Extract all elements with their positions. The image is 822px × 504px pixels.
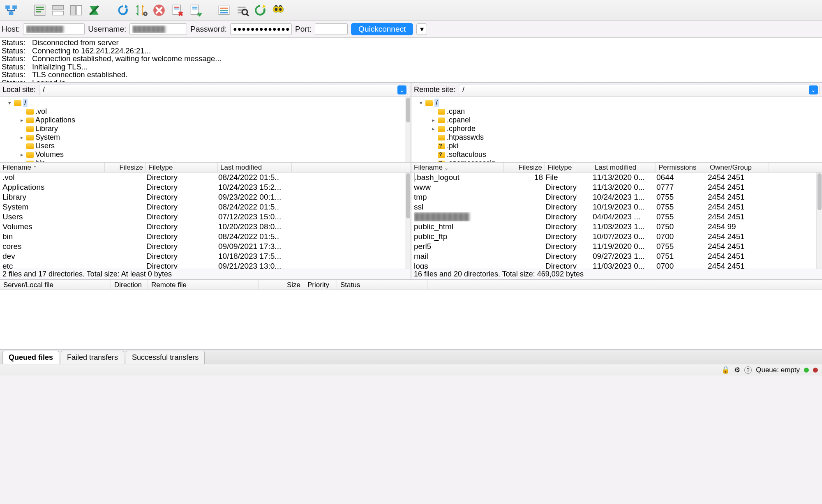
tree-item[interactable]: ▸ System bbox=[2, 133, 408, 142]
qcol-server[interactable]: Server/Local file bbox=[0, 280, 111, 290]
file-row[interactable]: devDirectory10/18/2023 17:5... bbox=[0, 251, 411, 261]
chevron-down-icon[interactable]: ⌄ bbox=[397, 85, 406, 94]
tab-queued[interactable]: Queued files bbox=[2, 351, 59, 364]
chevron-down-icon[interactable]: ⌄ bbox=[809, 85, 818, 94]
tree-item[interactable]: bin bbox=[2, 159, 408, 163]
file-row[interactable]: .volDirectory08/24/2022 01:5.. bbox=[0, 173, 411, 182]
host-input[interactable] bbox=[23, 23, 85, 35]
tree-item[interactable]: ▾ / bbox=[414, 99, 820, 107]
compare-icon[interactable] bbox=[252, 2, 268, 18]
file-row[interactable]: tmpDirectory10/24/2023 1...07552454 2451 bbox=[411, 192, 822, 202]
site-manager-icon[interactable] bbox=[3, 2, 19, 18]
find-icon[interactable] bbox=[270, 2, 286, 18]
password-input[interactable] bbox=[230, 23, 292, 35]
col-filesize[interactable]: Filesize bbox=[105, 163, 146, 173]
file-row[interactable]: public_ftpDirectory10/07/2023 0...070024… bbox=[411, 232, 822, 242]
scrollbar[interactable] bbox=[405, 173, 411, 269]
col-filename[interactable]: Filename⌄ bbox=[411, 163, 504, 173]
file-row[interactable]: ██████████Directory04/04/2023 ...0755245… bbox=[411, 212, 822, 222]
port-input[interactable] bbox=[315, 23, 348, 35]
file-row[interactable]: LibraryDirectory09/23/2022 00:1... bbox=[0, 192, 411, 202]
tree-item[interactable]: .cpan bbox=[414, 107, 820, 116]
tree-item[interactable]: .pki bbox=[414, 142, 820, 150]
tree-item[interactable]: ▸ .cphorde bbox=[414, 124, 820, 133]
cancel-icon[interactable] bbox=[151, 2, 167, 18]
local-file-list[interactable]: .volDirectory08/24/2022 01:5.. Applicati… bbox=[0, 173, 411, 269]
file-row[interactable]: logsDirectory11/03/2023 0...07002454 245… bbox=[411, 261, 822, 269]
file-row[interactable]: public_htmlDirectory11/03/2023 1...07502… bbox=[411, 222, 822, 232]
lock-icon[interactable]: 🔒 bbox=[721, 366, 730, 374]
help-icon[interactable]: ? bbox=[744, 366, 752, 374]
message-log[interactable]: Status:Disconnected from serverStatus:Co… bbox=[0, 38, 822, 83]
toggle-local-tree-icon[interactable] bbox=[50, 2, 66, 18]
disconnect-icon[interactable] bbox=[169, 2, 185, 18]
scrollbar[interactable] bbox=[816, 173, 822, 269]
reconnect-icon[interactable] bbox=[187, 2, 203, 18]
qcol-priority[interactable]: Priority bbox=[304, 280, 337, 290]
local-site-combo[interactable]: ⌄ bbox=[39, 85, 408, 95]
tree-item[interactable]: .softaculous bbox=[414, 150, 820, 159]
tab-failed[interactable]: Failed transfers bbox=[61, 351, 124, 364]
disclosure-icon[interactable]: ▾ bbox=[7, 100, 12, 106]
remote-file-list[interactable]: .bash_logout18File11/13/2020 0...0644245… bbox=[411, 173, 822, 269]
file-row[interactable]: SystemDirectory08/24/2022 01:5.. bbox=[0, 202, 411, 212]
file-row[interactable]: coresDirectory09/09/2021 17:3... bbox=[0, 242, 411, 251]
qcol-status[interactable]: Status bbox=[337, 280, 427, 290]
disclosure-icon[interactable]: ▸ bbox=[430, 117, 436, 123]
remote-site-combo[interactable]: ⌄ bbox=[459, 85, 820, 95]
remote-site-input[interactable] bbox=[459, 85, 809, 95]
qcol-remote[interactable]: Remote file bbox=[148, 280, 259, 290]
tree-item[interactable]: Library bbox=[2, 124, 408, 133]
local-site-input[interactable] bbox=[39, 85, 397, 95]
refresh-icon[interactable] bbox=[115, 2, 131, 18]
toggle-queue-icon[interactable] bbox=[86, 2, 102, 18]
file-row[interactable]: sslDirectory10/19/2023 0...07552454 2451 bbox=[411, 202, 822, 212]
col-filename[interactable]: Filename⌃ bbox=[0, 163, 105, 173]
toggle-log-icon[interactable] bbox=[32, 2, 48, 18]
queue-body[interactable] bbox=[0, 290, 822, 349]
tree-item[interactable]: Users bbox=[2, 142, 408, 150]
remote-tree[interactable]: ▾ / .cpan▸ .cpanel▸ .cphorde .htpasswds … bbox=[411, 97, 822, 163]
qcol-size[interactable]: Size bbox=[259, 280, 304, 290]
filter-icon[interactable] bbox=[216, 2, 232, 18]
tree-item[interactable]: ▸ Volumes bbox=[2, 150, 408, 159]
disclosure-icon[interactable]: ▾ bbox=[418, 100, 424, 106]
file-row[interactable]: etcDirectory09/21/2023 13:0... bbox=[0, 261, 411, 269]
scrollbar[interactable] bbox=[405, 97, 411, 162]
tree-item[interactable]: ▸ .cpanel bbox=[414, 116, 820, 124]
toggle-remote-tree-icon[interactable] bbox=[68, 2, 84, 18]
file-row[interactable]: binDirectory08/24/2022 01:5.. bbox=[0, 232, 411, 242]
file-row[interactable]: VolumesDirectory10/20/2023 08:0... bbox=[0, 222, 411, 232]
col-owner[interactable]: Owner/Group bbox=[707, 163, 769, 173]
settings-icon[interactable]: ⚙ bbox=[734, 366, 740, 374]
quickconnect-history-dropdown[interactable]: ▾ bbox=[416, 23, 427, 35]
file-row[interactable]: wwwDirectory11/13/2020 0...07772454 2451 bbox=[411, 182, 822, 192]
disclosure-icon[interactable]: ▸ bbox=[19, 117, 25, 123]
file-row[interactable]: .bash_logout18File11/13/2020 0...0644245… bbox=[411, 173, 822, 182]
quickconnect-button[interactable]: Quickconnect bbox=[351, 23, 413, 35]
qcol-direction[interactable]: Direction bbox=[111, 280, 148, 290]
tree-item[interactable]: ▸ Applications bbox=[2, 116, 408, 124]
file-row[interactable]: mailDirectory09/27/2023 1...07512454 245… bbox=[411, 251, 822, 261]
disclosure-icon[interactable]: ▸ bbox=[19, 134, 25, 140]
col-filetype[interactable]: Filetype bbox=[146, 163, 218, 173]
disclosure-icon[interactable]: ▸ bbox=[430, 126, 436, 132]
search-icon[interactable] bbox=[234, 2, 250, 18]
process-queue-icon[interactable] bbox=[133, 2, 149, 18]
col-modified[interactable]: Last modified bbox=[592, 163, 656, 173]
col-filetype[interactable]: Filetype bbox=[545, 163, 592, 173]
col-filesize[interactable]: Filesize bbox=[504, 163, 545, 173]
col-perms[interactable]: Permissions bbox=[656, 163, 707, 173]
username-input[interactable] bbox=[129, 23, 187, 35]
disclosure-icon[interactable]: ▸ bbox=[19, 152, 25, 158]
file-row[interactable]: UsersDirectory07/12/2023 15:0... bbox=[0, 212, 411, 222]
local-tree[interactable]: ▾ / .vol▸ Applications Library▸ System U… bbox=[0, 97, 411, 163]
file-row[interactable]: ApplicationsDirectory10/24/2023 15:2... bbox=[0, 182, 411, 192]
file-row[interactable]: perl5Directory11/19/2020 0...07552454 24… bbox=[411, 242, 822, 251]
tree-item[interactable]: ▾ / bbox=[2, 99, 408, 107]
tree-item[interactable]: .htpasswds bbox=[414, 133, 820, 142]
col-modified[interactable]: Last modified bbox=[218, 163, 292, 173]
tree-item[interactable]: .spamassassin bbox=[414, 159, 820, 163]
tree-item[interactable]: .vol bbox=[2, 107, 408, 116]
tab-successful[interactable]: Successful transfers bbox=[126, 351, 205, 364]
